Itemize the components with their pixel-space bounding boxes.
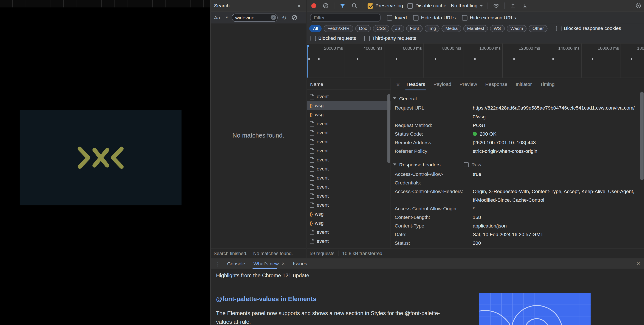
- disable-cache-group[interactable]: Disable cache: [408, 3, 446, 8]
- disable-cache-checkbox[interactable]: [408, 3, 413, 8]
- preserve-log-group[interactable]: Preserve log: [368, 3, 403, 8]
- hide-extension-urls-group[interactable]: Hide extension URLs: [462, 15, 516, 21]
- tab-payload[interactable]: Payload: [430, 78, 456, 90]
- request-name: wsg: [315, 220, 324, 226]
- filter-chip-img[interactable]: Img: [425, 25, 440, 32]
- clear-search-input-icon[interactable]: ×: [270, 15, 276, 20]
- tab-initiator[interactable]: Initiator: [512, 78, 536, 90]
- export-har-icon[interactable]: [510, 2, 517, 10]
- filter-chip-all[interactable]: All: [309, 25, 322, 32]
- request-row[interactable]: {}wsg: [307, 101, 390, 110]
- tab-headers[interactable]: Headers: [402, 78, 430, 90]
- tab-timing[interactable]: Timing: [536, 78, 559, 90]
- third-party-requests-checkbox[interactable]: [364, 36, 370, 41]
- third-party-requests-group[interactable]: Third-party requests: [364, 35, 416, 41]
- network-search-icon[interactable]: [351, 2, 358, 10]
- invert-checkbox[interactable]: [387, 15, 392, 20]
- blocked-requests-group[interactable]: Blocked requests: [310, 35, 356, 41]
- drawer-menu-icon[interactable]: ⋮: [214, 259, 221, 268]
- request-row[interactable]: event: [307, 200, 390, 210]
- blocked-requests-checkbox[interactable]: [310, 36, 316, 41]
- request-row[interactable]: event: [307, 92, 390, 101]
- filter-toggle-icon[interactable]: [339, 2, 346, 10]
- header-name: Access-Control-Allow-Credentials:: [395, 170, 473, 187]
- tab-response[interactable]: Response: [481, 78, 512, 90]
- raw-checkbox[interactable]: [464, 162, 468, 167]
- section-general[interactable]: General: [391, 93, 640, 104]
- network-overview[interactable]: 20000 ms40000 ms60000 ms80000 ms100000 m…: [307, 44, 644, 78]
- blocked-response-cookies-checkbox[interactable]: [556, 26, 562, 31]
- filter-chip-media[interactable]: Media: [442, 25, 462, 32]
- throttling-select[interactable]: No throttling: [451, 3, 483, 8]
- close-drawer-icon[interactable]: ×: [634, 260, 642, 268]
- request-row[interactable]: event: [307, 191, 390, 200]
- whats-new-content: Highlights from the Chrome 121 update @f…: [211, 270, 644, 325]
- filter-chip-doc[interactable]: Doc: [355, 25, 371, 32]
- request-row[interactable]: event: [307, 128, 390, 137]
- blocked-response-cookies-group[interactable]: Blocked response cookies: [556, 26, 621, 31]
- refresh-search-icon[interactable]: ↻: [280, 13, 288, 22]
- request-row[interactable]: event: [307, 228, 390, 236]
- request-row[interactable]: event: [307, 146, 390, 155]
- request-name: event: [316, 229, 329, 235]
- match-case-button[interactable]: Aa: [213, 15, 221, 20]
- filter-chip-font[interactable]: Font: [406, 25, 422, 32]
- invert-group[interactable]: Invert: [387, 15, 407, 21]
- video-player[interactable]: [20, 17, 182, 304]
- filter-chip-ws[interactable]: WS: [490, 25, 504, 32]
- search-panel-close-icon[interactable]: ×: [295, 2, 303, 10]
- request-row[interactable]: event: [307, 173, 390, 182]
- activity-mark: [318, 58, 320, 60]
- filter-input[interactable]: [310, 14, 381, 22]
- header-name: Access-Control-Allow-Origin:: [395, 204, 473, 213]
- article-title-link[interactable]: @font-palette-values in Elements: [216, 295, 316, 302]
- request-row[interactable]: {}wsg: [307, 110, 390, 119]
- hide-data-urls-group[interactable]: Hide data URLs: [413, 15, 456, 21]
- article-thumbnail[interactable]: [479, 293, 590, 325]
- header-value: POST: [473, 121, 636, 130]
- close-details-icon[interactable]: ×: [394, 80, 402, 88]
- request-row[interactable]: event: [307, 119, 390, 128]
- request-row[interactable]: event: [307, 137, 390, 146]
- header-value: https://822d428ad6a0a99e585ae79b04746ccf…: [473, 104, 636, 121]
- section-response-headers[interactable]: Response headers Raw: [391, 159, 640, 170]
- name-column-header[interactable]: Name: [307, 78, 390, 90]
- header-value: 200: [473, 239, 636, 248]
- hide-extension-urls-checkbox[interactable]: [462, 15, 467, 20]
- regex-button[interactable]: .*: [224, 15, 228, 20]
- clear-search-results-icon[interactable]: [290, 13, 298, 22]
- drawer-tab-what-s-new[interactable]: What's new×: [249, 258, 289, 269]
- filter-chip-fetch-xhr[interactable]: Fetch/XHR: [324, 25, 353, 32]
- raw-toggle-group[interactable]: Raw: [464, 162, 481, 168]
- tab-preview[interactable]: Preview: [456, 78, 481, 90]
- request-row[interactable]: {}wsg: [307, 218, 390, 228]
- filter-chip-css[interactable]: CSS: [373, 25, 390, 32]
- requests-scrollbar-thumb[interactable]: [387, 94, 390, 163]
- clear-network-log-icon[interactable]: [322, 2, 329, 10]
- drawer-tab-console[interactable]: Console: [223, 258, 249, 269]
- request-name: event: [316, 184, 329, 190]
- timeline-gridline: [344, 44, 345, 78]
- settings-gear-icon[interactable]: [634, 2, 642, 10]
- filter-chip-wasm[interactable]: Wasm: [507, 25, 527, 32]
- network-conditions-icon[interactable]: [493, 2, 500, 10]
- request-row[interactable]: event: [307, 236, 390, 246]
- filter-chip-manifest[interactable]: Manifest: [464, 25, 488, 32]
- import-har-icon[interactable]: [521, 2, 529, 10]
- filter-chip-other[interactable]: Other: [529, 25, 548, 32]
- filter-chip-js[interactable]: JS: [392, 25, 404, 32]
- drawer-tab-issues[interactable]: Issues: [289, 258, 311, 269]
- hide-data-urls-checkbox[interactable]: [413, 15, 419, 20]
- request-row[interactable]: event: [307, 155, 390, 164]
- timeline-start-marker: [307, 45, 308, 78]
- details-scrollbar-thumb[interactable]: [640, 92, 644, 180]
- search-status-finished: Search finished.: [214, 251, 247, 256]
- request-row[interactable]: {}wsg: [307, 210, 390, 218]
- request-row[interactable]: event: [307, 164, 390, 173]
- request-row[interactable]: event: [307, 182, 390, 191]
- devtools-panel: Search × Aa .* × ↻ No matches found. Sea…: [210, 0, 644, 325]
- close-whats-new-icon[interactable]: ×: [282, 261, 284, 266]
- preserve-log-checkbox[interactable]: [368, 3, 373, 8]
- record-button[interactable]: [310, 2, 318, 10]
- header-name: Access-Control-Allow-Headers:: [395, 187, 473, 204]
